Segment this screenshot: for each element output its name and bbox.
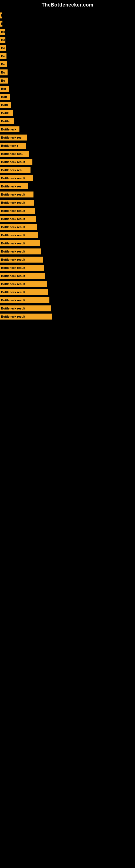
bar-row: Bottleneck result: [0, 288, 135, 296]
bar-label: Bottl: [1, 103, 8, 106]
bar: Bottle: [0, 118, 14, 124]
bar-label: Bottleneck result: [1, 201, 25, 204]
bar-label: Bottleneck result: [1, 307, 25, 310]
bar: Bo: [0, 37, 5, 43]
bar-label: Bottleneck result: [1, 193, 25, 196]
bar-label: Bottleneck r: [1, 144, 18, 147]
bar-row: Bo: [0, 77, 135, 84]
bar: Bottleneck result: [0, 159, 32, 165]
bar-row: Bottleneck result: [0, 158, 135, 166]
bar-label: Bottleneck result: [1, 282, 25, 286]
bar: Bott: [0, 94, 10, 100]
bar-label: Bottleneck result: [1, 266, 25, 269]
bar-label: Bottleneck result: [1, 290, 25, 294]
bar: Bottleneck: [0, 126, 19, 132]
bar: Bottleneck result: [0, 297, 49, 303]
bar-label: Bo: [1, 63, 5, 66]
bar-row: Bottleneck result: [0, 272, 135, 280]
bar-label: Bottleneck resu: [1, 152, 24, 155]
bar-row: Bottleneck result: [0, 256, 135, 264]
bar: Bottleneck result: [0, 216, 36, 222]
bar-label: Bo: [1, 71, 5, 74]
bars-container: BBBoBoBoBoBoBoBoBotBottBottlBottleBottle…: [0, 9, 135, 323]
bar-row: B: [0, 20, 135, 27]
bar-row: Bot: [0, 85, 135, 93]
bar-row: Bottleneck result: [0, 280, 135, 288]
bar-row: Bottleneck result: [0, 215, 135, 223]
bar-row: Bo: [0, 52, 135, 60]
bar: Bottleneck resu: [0, 167, 31, 173]
bar-label: Bottleneck result: [1, 258, 25, 261]
bar-label: Bo: [1, 46, 5, 50]
bar-label: Bottleneck result: [1, 209, 25, 212]
bar: Bo: [0, 78, 8, 84]
site-title: TheBottlenecker.com: [0, 0, 135, 9]
bar: Bo: [0, 69, 8, 75]
bar-row: Bottleneck result: [0, 223, 135, 231]
bar-label: Bottleneck result: [1, 177, 25, 180]
bar-label: B: [1, 14, 2, 17]
bar-row: Bottleneck result: [0, 313, 135, 320]
bar-label: Bo: [1, 38, 5, 41]
bar: Bottleneck resu: [0, 151, 29, 157]
bar-row: Bottleneck resu: [0, 150, 135, 158]
bar-row: Bottleneck result: [0, 264, 135, 272]
bar-label: Bottleneck: [1, 128, 16, 131]
bar: Bottleneck result: [0, 314, 52, 319]
bar-row: Bo: [0, 44, 135, 52]
bar: Bottleneck result: [0, 305, 51, 311]
bar: Bottle: [0, 110, 13, 116]
bar: Bottleneck result: [0, 199, 34, 206]
bar-label: Bottleneck result: [1, 274, 25, 278]
bar-label: Bottleneck res: [1, 185, 21, 188]
bar-label: Bo: [1, 55, 5, 58]
bar-row: Bottleneck result: [0, 199, 135, 207]
bar: Bottleneck result: [0, 232, 38, 238]
bar-row: Bottle: [0, 118, 135, 125]
bar-row: Bottleneck res: [0, 183, 135, 190]
bar: Bottleneck r: [0, 143, 26, 149]
bar: Bottleneck result: [0, 273, 45, 279]
bar-row: Bott: [0, 93, 135, 101]
bar-row: Bo: [0, 69, 135, 76]
bar-label: Bo: [1, 79, 5, 82]
bar: B: [0, 21, 2, 27]
bar: Bottleneck res: [0, 183, 28, 189]
bar-label: Bottleneck result: [1, 217, 25, 220]
bar-row: Bottl: [0, 101, 135, 109]
bar-row: Bottleneck: [0, 126, 135, 133]
bar-label: Bottleneck result: [1, 315, 25, 318]
bar-label: Bott: [1, 95, 7, 98]
bar-label: Bot: [1, 87, 6, 90]
bar: Bot: [0, 86, 9, 92]
bar-row: Bo: [0, 36, 135, 44]
bar: Bottl: [0, 102, 11, 108]
bar: Bottleneck res: [0, 134, 27, 141]
bar: Bo: [0, 61, 7, 67]
bar: Bo: [0, 53, 6, 59]
bar: Bo: [0, 29, 5, 35]
bar-row: Bo: [0, 28, 135, 35]
bar: Bottleneck result: [0, 208, 35, 214]
bar-row: Bottleneck result: [0, 175, 135, 182]
bar-row: Bottle: [0, 109, 135, 117]
bar-row: Bottleneck r: [0, 142, 135, 150]
bar-label: B: [1, 22, 2, 25]
bar: Bo: [0, 45, 6, 51]
bar: Bottleneck result: [0, 191, 34, 197]
bar-row: Bo: [0, 61, 135, 68]
bar-row: Bottleneck result: [0, 191, 135, 198]
bar: Bottleneck result: [0, 224, 37, 230]
bar-label: Bottleneck resu: [1, 168, 24, 172]
bar-label: Bottleneck result: [1, 234, 25, 237]
bar-label: Bottleneck res: [1, 136, 21, 139]
bar-row: Bottleneck res: [0, 134, 135, 141]
bar: Bottleneck result: [0, 248, 41, 254]
bar-label: Bottle: [1, 112, 9, 115]
bar: Bottleneck result: [0, 175, 33, 181]
bar: Bottleneck result: [0, 265, 44, 271]
bar-label: Bo: [1, 30, 5, 33]
bar-label: Bottleneck result: [1, 250, 25, 253]
bar-row: Bottleneck result: [0, 305, 135, 312]
bar-row: Bottleneck result: [0, 207, 135, 215]
